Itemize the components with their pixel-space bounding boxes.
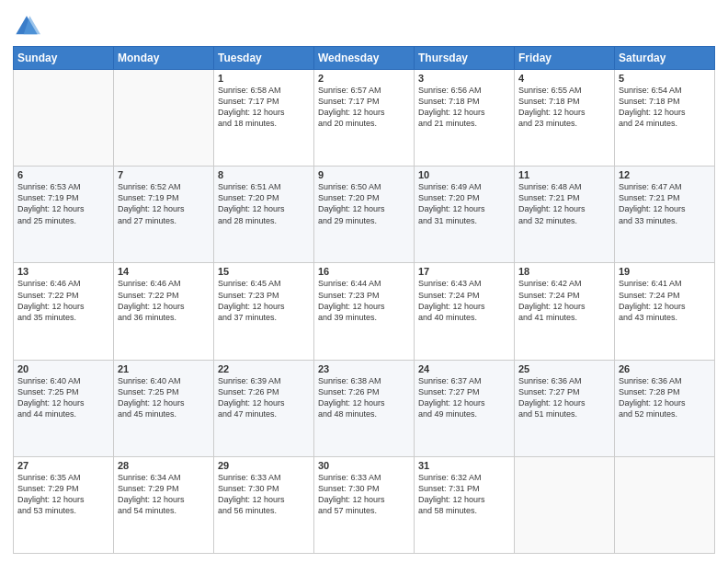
day-number: 28 — [118, 460, 210, 471]
day-info: Sunrise: 6:39 AM Sunset: 7:26 PM Dayligh… — [218, 375, 310, 420]
calendar-header-row: SundayMondayTuesdayWednesdayThursdayFrid… — [14, 47, 715, 70]
day-info: Sunrise: 6:33 AM Sunset: 7:30 PM Dayligh… — [218, 472, 310, 517]
day-info: Sunrise: 6:37 AM Sunset: 7:27 PM Dayligh… — [418, 375, 510, 420]
calendar-cell: 30Sunrise: 6:33 AM Sunset: 7:30 PM Dayli… — [314, 456, 415, 553]
day-info: Sunrise: 6:46 AM Sunset: 7:22 PM Dayligh… — [17, 278, 109, 323]
day-info: Sunrise: 6:43 AM Sunset: 7:24 PM Dayligh… — [418, 278, 510, 323]
day-info: Sunrise: 6:41 AM Sunset: 7:24 PM Dayligh… — [619, 278, 711, 323]
calendar-cell — [114, 70, 214, 167]
calendar-cell: 28Sunrise: 6:34 AM Sunset: 7:29 PM Dayli… — [114, 456, 214, 553]
day-info: Sunrise: 6:32 AM Sunset: 7:31 PM Dayligh… — [418, 472, 510, 517]
day-number: 12 — [619, 169, 711, 180]
calendar-cell: 2Sunrise: 6:57 AM Sunset: 7:17 PM Daylig… — [314, 70, 415, 167]
calendar-header-wednesday: Wednesday — [314, 47, 415, 70]
calendar-cell: 3Sunrise: 6:56 AM Sunset: 7:18 PM Daylig… — [415, 70, 515, 167]
day-number: 18 — [518, 266, 610, 277]
day-number: 27 — [17, 460, 109, 471]
day-number: 31 — [418, 460, 510, 471]
calendar-cell: 11Sunrise: 6:48 AM Sunset: 7:21 PM Dayli… — [515, 167, 615, 263]
calendar-week-row: 27Sunrise: 6:35 AM Sunset: 7:29 PM Dayli… — [14, 456, 715, 553]
day-number: 6 — [17, 169, 109, 180]
calendar-cell: 25Sunrise: 6:36 AM Sunset: 7:27 PM Dayli… — [515, 360, 615, 456]
calendar-cell: 16Sunrise: 6:44 AM Sunset: 7:23 PM Dayli… — [314, 263, 415, 360]
calendar-cell: 18Sunrise: 6:42 AM Sunset: 7:24 PM Dayli… — [515, 263, 615, 360]
calendar-week-row: 6Sunrise: 6:53 AM Sunset: 7:19 PM Daylig… — [14, 167, 715, 263]
day-info: Sunrise: 6:40 AM Sunset: 7:25 PM Dayligh… — [17, 375, 109, 420]
day-number: 11 — [518, 169, 610, 180]
day-number: 20 — [17, 363, 109, 374]
calendar-week-row: 20Sunrise: 6:40 AM Sunset: 7:25 PM Dayli… — [14, 360, 715, 456]
calendar-cell: 15Sunrise: 6:45 AM Sunset: 7:23 PM Dayli… — [214, 263, 314, 360]
day-number: 23 — [318, 363, 410, 374]
calendar-cell: 26Sunrise: 6:36 AM Sunset: 7:28 PM Dayli… — [615, 360, 715, 456]
day-number: 4 — [518, 73, 610, 84]
calendar-header-monday: Monday — [114, 47, 214, 70]
day-number: 3 — [418, 73, 510, 84]
calendar-header-saturday: Saturday — [615, 47, 715, 70]
calendar-cell: 24Sunrise: 6:37 AM Sunset: 7:27 PM Dayli… — [415, 360, 515, 456]
day-info: Sunrise: 6:48 AM Sunset: 7:21 PM Dayligh… — [518, 181, 610, 226]
calendar-cell: 14Sunrise: 6:46 AM Sunset: 7:22 PM Dayli… — [114, 263, 214, 360]
calendar-header-thursday: Thursday — [415, 47, 515, 70]
calendar-cell: 8Sunrise: 6:51 AM Sunset: 7:20 PM Daylig… — [214, 167, 314, 263]
day-info: Sunrise: 6:50 AM Sunset: 7:20 PM Dayligh… — [318, 181, 410, 226]
day-info: Sunrise: 6:56 AM Sunset: 7:18 PM Dayligh… — [418, 85, 510, 130]
calendar-cell: 31Sunrise: 6:32 AM Sunset: 7:31 PM Dayli… — [415, 456, 515, 553]
day-info: Sunrise: 6:53 AM Sunset: 7:19 PM Dayligh… — [17, 181, 109, 226]
calendar-cell: 19Sunrise: 6:41 AM Sunset: 7:24 PM Dayli… — [615, 263, 715, 360]
day-info: Sunrise: 6:38 AM Sunset: 7:26 PM Dayligh… — [318, 375, 410, 420]
day-info: Sunrise: 6:52 AM Sunset: 7:19 PM Dayligh… — [118, 181, 210, 226]
day-info: Sunrise: 6:45 AM Sunset: 7:23 PM Dayligh… — [218, 278, 310, 323]
day-info: Sunrise: 6:33 AM Sunset: 7:30 PM Dayligh… — [318, 472, 410, 517]
day-number: 14 — [118, 266, 210, 277]
logo-icon — [13, 13, 40, 40]
day-number: 5 — [619, 73, 711, 84]
calendar-cell — [515, 456, 615, 553]
calendar-cell: 9Sunrise: 6:50 AM Sunset: 7:20 PM Daylig… — [314, 167, 415, 263]
header — [13, 9, 715, 40]
calendar-week-row: 1Sunrise: 6:58 AM Sunset: 7:17 PM Daylig… — [14, 70, 715, 167]
day-info: Sunrise: 6:51 AM Sunset: 7:20 PM Dayligh… — [218, 181, 310, 226]
day-number: 1 — [218, 73, 310, 84]
calendar-cell: 13Sunrise: 6:46 AM Sunset: 7:22 PM Dayli… — [14, 263, 114, 360]
day-number: 19 — [619, 266, 711, 277]
calendar-cell: 7Sunrise: 6:52 AM Sunset: 7:19 PM Daylig… — [114, 167, 214, 263]
day-number: 7 — [118, 169, 210, 180]
calendar-cell: 6Sunrise: 6:53 AM Sunset: 7:19 PM Daylig… — [14, 167, 114, 263]
day-info: Sunrise: 6:46 AM Sunset: 7:22 PM Dayligh… — [118, 278, 210, 323]
calendar-cell: 20Sunrise: 6:40 AM Sunset: 7:25 PM Dayli… — [14, 360, 114, 456]
day-info: Sunrise: 6:36 AM Sunset: 7:27 PM Dayligh… — [518, 375, 610, 420]
day-number: 13 — [17, 266, 109, 277]
day-number: 2 — [318, 73, 410, 84]
day-number: 22 — [218, 363, 310, 374]
calendar-table: SundayMondayTuesdayWednesdayThursdayFrid… — [13, 46, 715, 554]
page: SundayMondayTuesdayWednesdayThursdayFrid… — [0, 0, 728, 563]
day-number: 25 — [518, 363, 610, 374]
day-number: 26 — [619, 363, 711, 374]
day-info: Sunrise: 6:57 AM Sunset: 7:17 PM Dayligh… — [318, 85, 410, 130]
calendar-cell: 22Sunrise: 6:39 AM Sunset: 7:26 PM Dayli… — [214, 360, 314, 456]
day-number: 10 — [418, 169, 510, 180]
calendar-cell: 12Sunrise: 6:47 AM Sunset: 7:21 PM Dayli… — [615, 167, 715, 263]
day-info: Sunrise: 6:54 AM Sunset: 7:18 PM Dayligh… — [619, 85, 711, 130]
day-number: 15 — [218, 266, 310, 277]
logo — [13, 13, 44, 40]
day-info: Sunrise: 6:34 AM Sunset: 7:29 PM Dayligh… — [118, 472, 210, 517]
day-info: Sunrise: 6:58 AM Sunset: 7:17 PM Dayligh… — [218, 85, 310, 130]
day-info: Sunrise: 6:36 AM Sunset: 7:28 PM Dayligh… — [619, 375, 711, 420]
day-info: Sunrise: 6:47 AM Sunset: 7:21 PM Dayligh… — [619, 181, 711, 226]
calendar-cell: 29Sunrise: 6:33 AM Sunset: 7:30 PM Dayli… — [214, 456, 314, 553]
day-info: Sunrise: 6:42 AM Sunset: 7:24 PM Dayligh… — [518, 278, 610, 323]
calendar-header-tuesday: Tuesday — [214, 47, 314, 70]
calendar-cell: 5Sunrise: 6:54 AM Sunset: 7:18 PM Daylig… — [615, 70, 715, 167]
day-number: 16 — [318, 266, 410, 277]
calendar-header-sunday: Sunday — [14, 47, 114, 70]
day-number: 17 — [418, 266, 510, 277]
calendar-cell — [14, 70, 114, 167]
calendar-cell: 1Sunrise: 6:58 AM Sunset: 7:17 PM Daylig… — [214, 70, 314, 167]
calendar-week-row: 13Sunrise: 6:46 AM Sunset: 7:22 PM Dayli… — [14, 263, 715, 360]
calendar-cell: 10Sunrise: 6:49 AM Sunset: 7:20 PM Dayli… — [415, 167, 515, 263]
calendar-cell: 27Sunrise: 6:35 AM Sunset: 7:29 PM Dayli… — [14, 456, 114, 553]
calendar-cell: 21Sunrise: 6:40 AM Sunset: 7:25 PM Dayli… — [114, 360, 214, 456]
day-info: Sunrise: 6:49 AM Sunset: 7:20 PM Dayligh… — [418, 181, 510, 226]
